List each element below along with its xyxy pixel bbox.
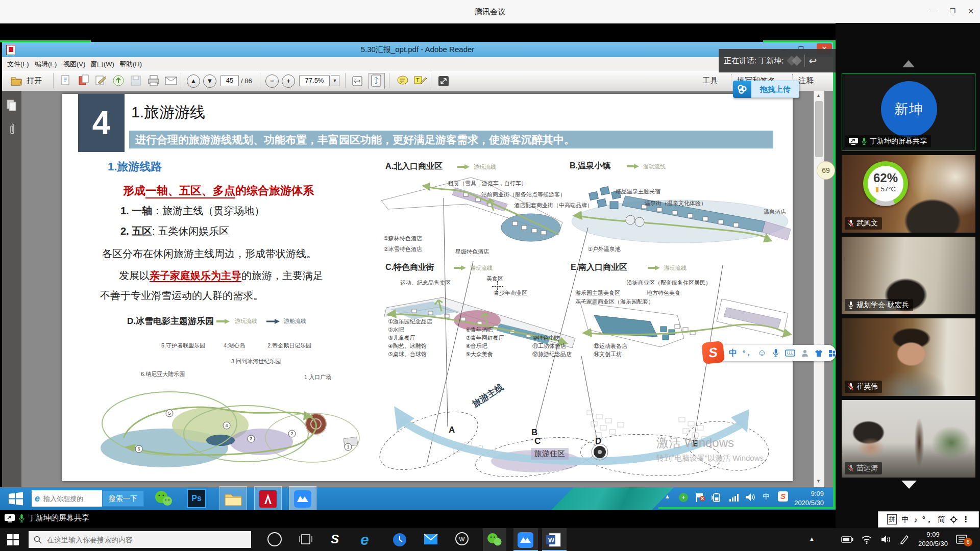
fullscreen-icon[interactable] <box>437 74 450 88</box>
attachments-icon[interactable] <box>7 122 16 136</box>
fit-width-icon[interactable] <box>351 74 364 88</box>
emoji-icon[interactable]: ☺ <box>757 348 766 358</box>
highlight-icon[interactable]: T <box>413 74 427 88</box>
ime-punct-icon[interactable]: °， <box>922 515 933 524</box>
shared-tray-safety-icon[interactable]: + <box>679 493 688 502</box>
minimize-button[interactable]: — <box>930 7 938 15</box>
shared-tray-flag-icon[interactable] <box>695 492 705 503</box>
shared-tray-volume-icon[interactable] <box>745 492 756 502</box>
scroll-down-arrow[interactable]: ▼ <box>816 479 821 484</box>
tray-expand-icon[interactable]: ▲ <box>809 536 815 542</box>
participant-tile-screen-share[interactable]: 新坤 丁新坤的屏幕共享 <box>842 73 975 151</box>
shared-tray-ime-icon[interactable]: 中 <box>763 492 770 502</box>
export-pdf-icon[interactable] <box>60 74 74 88</box>
shared-search-button[interactable]: 搜索一下 <box>102 490 144 507</box>
ime-mode-icon[interactable]: 中 <box>729 348 737 359</box>
email-icon[interactable] <box>164 74 178 88</box>
send-icon[interactable] <box>112 74 126 88</box>
participant-tile-cuiyingwei[interactable]: 崔英伟 <box>842 318 975 396</box>
drag-upload-widget[interactable]: 拖拽上传 <box>733 81 799 98</box>
w-app-icon[interactable]: w <box>455 532 469 545</box>
shared-tray-sogou-icon[interactable]: S <box>778 491 788 502</box>
toolbox-grid-icon[interactable] <box>828 349 836 357</box>
photoshop-taskbar-icon[interactable]: Ps <box>187 489 206 508</box>
maximize-button[interactable]: ❐ <box>948 7 957 15</box>
print-icon[interactable] <box>147 74 160 88</box>
wechat-icon[interactable] <box>486 532 502 547</box>
shared-start-button[interactable] <box>8 492 23 506</box>
ime-punct-icon[interactable]: °， <box>743 348 752 358</box>
vertical-scrollbar[interactable]: ▲ ▼ <box>814 91 824 487</box>
shared-clock[interactable]: 9:092020/5/30 <box>792 489 824 508</box>
ie-search-box[interactable]: e <box>32 490 102 507</box>
comment-panel-button[interactable]: 注释 <box>798 76 814 86</box>
ime-simplified-icon[interactable]: 简 <box>938 515 945 524</box>
shared-tray-battery-icon[interactable] <box>712 493 724 502</box>
participant-tile-wufengwen[interactable]: 62% ▮ 57°C 武凤文 <box>842 155 975 233</box>
adobe-taskbar-icon[interactable] <box>254 486 282 511</box>
zoom-dropdown-arrow[interactable]: ▼ <box>331 75 339 86</box>
previous-page-button[interactable]: ▲ <box>187 74 200 88</box>
member-count-bubble[interactable]: 69 <box>817 161 835 180</box>
ime-tone-icon[interactable]: ♪ <box>914 515 918 524</box>
sidebar-collapse-down-icon[interactable] <box>901 481 917 489</box>
mail-icon[interactable] <box>424 533 438 545</box>
shared-tray-expand-icon[interactable]: ▲ <box>665 493 670 499</box>
zoom-level-input[interactable]: 77.5% <box>299 75 330 86</box>
task-view-icon[interactable] <box>299 533 312 545</box>
clock-app-icon[interactable] <box>392 532 407 547</box>
toast-undo-arrow-icon[interactable]: ↩ <box>809 55 817 67</box>
ime-settings-gear-icon[interactable] <box>950 516 958 523</box>
page-thumbnails-icon[interactable] <box>6 99 17 112</box>
keyboard-icon[interactable] <box>785 349 795 357</box>
page-number-input[interactable]: 45 <box>220 75 239 86</box>
clock[interactable]: 9:092020/5/30 <box>917 530 949 548</box>
tools-button[interactable]: 工具 <box>702 76 718 86</box>
menu-file[interactable]: 文件(F) <box>7 57 29 71</box>
participant-tile-miaoyuntao[interactable]: 苗运涛 <box>842 400 975 478</box>
menu-help[interactable]: 帮助(H) <box>119 57 142 71</box>
shared-search-input[interactable] <box>42 494 95 503</box>
ime-pin-icon[interactable]: 拼 <box>887 514 897 524</box>
wifi-icon[interactable] <box>861 534 873 544</box>
start-button[interactable] <box>7 534 19 545</box>
volume-icon[interactable] <box>881 535 892 544</box>
sogou-logo-icon[interactable]: S <box>701 341 725 364</box>
adobe-titlebar[interactable]: 5.30汇报_opt.pdf - Adobe Reader – ❐ ✕ <box>2 42 833 57</box>
open-button[interactable]: 打开 <box>10 74 42 87</box>
skin-shirt-icon[interactable] <box>815 349 823 357</box>
sogou-toolbar[interactable]: S 中 °， ☺ <box>705 345 836 361</box>
fit-page-icon[interactable] <box>369 73 385 89</box>
sign-icon[interactable] <box>95 74 108 88</box>
ime-lang-icon[interactable]: 中 <box>901 515 909 524</box>
zoom-in-button[interactable]: + <box>282 74 295 88</box>
save-icon[interactable] <box>130 74 143 88</box>
word-app-active-box[interactable]: W <box>542 528 567 551</box>
taskbar-search-box[interactable] <box>29 531 251 548</box>
ime-statusbar[interactable]: 拼 中 ♪ °， 简 ⋮ <box>878 511 979 528</box>
scroll-up-arrow[interactable]: ▲ <box>816 93 821 98</box>
participant-tile-genghongbing[interactable]: 规划学会-耿宏兵 <box>842 237 975 314</box>
shared-tray-signal-icon[interactable] <box>729 493 740 502</box>
battery-icon[interactable] <box>841 535 853 544</box>
wechat-taskbar-icon[interactable] <box>153 489 174 509</box>
cortana-icon[interactable] <box>267 532 282 546</box>
scrollbar-thumb[interactable] <box>815 101 823 157</box>
next-page-button[interactable]: ▼ <box>203 74 216 88</box>
sogou-taskbar-icon[interactable]: S <box>331 532 339 546</box>
menu-window[interactable]: 窗口(W) <box>90 57 114 71</box>
explorer-taskbar-icon[interactable] <box>219 486 247 511</box>
close-button[interactable]: ✕ <box>967 7 975 15</box>
mic-icon[interactable] <box>772 348 779 358</box>
menu-view[interactable]: 视图(V) <box>63 57 85 71</box>
comment-icon[interactable] <box>396 74 409 88</box>
sidebar-collapse-up-icon[interactable] <box>902 60 915 67</box>
pen-icon[interactable] <box>899 534 911 544</box>
account-icon[interactable] <box>801 349 809 357</box>
zoom-out-button[interactable]: − <box>265 74 279 88</box>
menu-edit[interactable]: 编辑(E) <box>35 57 57 71</box>
ime-more-icon[interactable]: ⋮ <box>962 515 970 524</box>
meeting-app-active-box[interactable] <box>513 528 538 551</box>
meeting-taskbar-icon[interactable] <box>289 486 316 511</box>
create-pdf-icon[interactable] <box>78 74 91 88</box>
